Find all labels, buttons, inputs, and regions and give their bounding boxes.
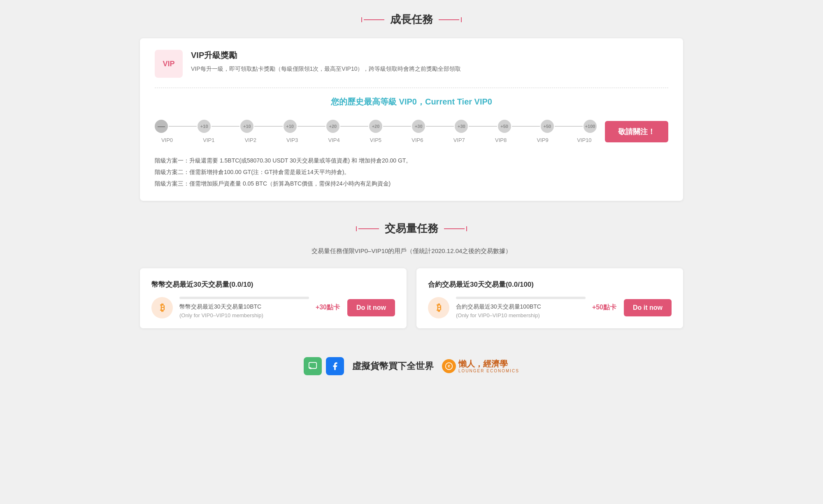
points-label-0: +30點卡	[316, 303, 340, 312]
footer-brand-logo: e 懶人，經濟學 LOUNGER ECONOMICS	[442, 359, 519, 374]
vip-requirement-3: 階級方案三：僅需增加賬戶資產量 0.05 BTC（折算為BTC價值，需保持24小…	[155, 178, 668, 189]
do-it-now-button-1[interactable]: Do it now	[624, 299, 672, 316]
trading-card-note-0: (Only for VIP0–VIP10 membership)	[179, 312, 309, 318]
vip-node-VIP7: +30	[455, 120, 468, 133]
vip-node-VIP1: +10	[198, 120, 211, 133]
do-it-now-button-0[interactable]: Do it now	[347, 299, 395, 316]
footer-icons	[304, 357, 344, 375]
vip-node-circle-VIP7: +30	[455, 120, 468, 133]
points-label-1: +50點卡	[592, 303, 616, 312]
vip-labels: VIP0VIP1VIP2VIP3VIP4VIP5VIP6VIP7VIP8VIP9…	[155, 137, 597, 143]
trading-card-info-0: 幣幣交易最近30天交易量10BTC (Only for VIP0–VIP10 m…	[179, 297, 309, 318]
vip-node-VIP8: +50	[498, 120, 511, 133]
trading-card-actions-0: +30點卡 Do it now	[316, 299, 395, 316]
vip-tier-prefix: 您的歷史最高等級 VIP0，Current Tier	[331, 97, 474, 106]
vip-label-VIP0: VIP0	[155, 137, 179, 143]
progress-bar-bg-1	[456, 297, 586, 299]
vip-node-circle-VIP0: —	[155, 120, 168, 133]
title-bar-right	[439, 19, 459, 20]
trading-card-1: 合約交易最近30天交易量(0.0/100) ₿ 合約交易最近30天交易量100B…	[416, 268, 683, 328]
vip-connector-1	[212, 126, 239, 127]
footer-logo-text-wrap: 懶人，經濟學 LOUNGER ECONOMICS	[458, 359, 519, 374]
vip-label-VIP9: VIP9	[530, 137, 555, 143]
vip-node-circle-VIP3: +10	[284, 120, 297, 133]
vip-divider	[155, 88, 668, 88]
vip-tier-value: VIP0	[474, 97, 492, 106]
vip-track: —+10+10+10+20+20+30+30+50+50+100	[155, 120, 597, 133]
vip-node-circle-VIP1: +10	[198, 120, 211, 133]
vip-card: VIP VIP升級獎勵 VIP每升一級，即可領取點卡獎勵（每級僅限領1次，最高至…	[140, 38, 683, 201]
vip-title: VIP升級獎勵	[191, 50, 461, 61]
svg-text:e: e	[448, 364, 450, 368]
vip-label-VIP4: VIP4	[322, 137, 346, 143]
vip-node-VIP0: —	[155, 120, 168, 133]
footer-logo-circle: e	[442, 359, 456, 373]
vip-connector-5	[383, 126, 411, 127]
vip-label-VIP3: VIP3	[280, 137, 305, 143]
vip-node-VIP6: +30	[412, 120, 425, 133]
vip-label-VIP6: VIP6	[405, 137, 430, 143]
vip-connector-7	[469, 126, 497, 127]
title-deco-left	[361, 17, 384, 22]
vip-requirements: 階級方案一：升級還需要 1.5BTC(或58070.30 USDT 30天交易量…	[155, 155, 668, 189]
vip-connector-2	[254, 126, 282, 127]
trading-card-title-1: 合約交易最近30天交易量(0.0/100)	[428, 280, 672, 289]
trading-title-deco-left	[356, 226, 379, 231]
vip-header-text: VIP升級獎勵 VIP每升一級，即可領取點卡獎勵（每級僅限領1次，最高至VIP1…	[191, 50, 461, 73]
footer-brand-text: 虛擬貨幣買下全世界	[352, 360, 434, 372]
vip-node-circle-VIP5: +20	[369, 120, 382, 133]
vip-requirement-1: 階級方案一：升級還需要 1.5BTC(或58070.30 USDT 30天交易量…	[155, 155, 668, 166]
footer-logo-name: 懶人，經濟學	[458, 359, 519, 369]
vip-node-VIP10: +100	[584, 120, 597, 133]
btc-icon-1: ₿	[428, 297, 449, 318]
vip-header: VIP VIP升級獎勵 VIP每升一級，即可領取點卡獎勵（每級僅限領1次，最高至…	[155, 50, 668, 78]
trading-card-actions-1: +50點卡 Do it now	[592, 299, 672, 316]
progress-bar-bg-0	[179, 297, 309, 299]
btc-icon-0: ₿	[151, 297, 173, 318]
trading-card-content-1: ₿ 合約交易最近30天交易量100BTC (Only for VIP0–VIP1…	[428, 297, 672, 318]
vip-label-VIP5: VIP5	[363, 137, 388, 143]
growth-section-title-row: 成長任務	[140, 12, 683, 27]
vip-node-circle-VIP8: +50	[498, 120, 511, 133]
vip-label-VIP8: VIP8	[488, 137, 513, 143]
title-bar-left	[364, 19, 384, 20]
vip-connector-4	[340, 126, 368, 127]
trading-card-0: 幣幣交易最近30天交易量(0.0/10) ₿ 幣幣交易最近30天交易量10BTC…	[140, 268, 407, 328]
title-tick-left	[361, 17, 362, 22]
vip-connector-9	[555, 126, 583, 127]
vip-cta-button[interactable]: 敬請關注！	[605, 121, 668, 142]
trading-card-desc-1: 合約交易最近30天交易量100BTC	[456, 303, 586, 311]
vip-badge: VIP	[155, 50, 183, 78]
vip-node-circle-VIP4: +20	[326, 120, 339, 133]
vip-node-VIP3: +10	[284, 120, 297, 133]
growth-title: 成長任務	[390, 12, 433, 27]
facebook-icon-box[interactable]	[326, 357, 344, 375]
trading-section-title-row: 交易量任務	[140, 221, 683, 236]
vip-node-VIP4: +20	[326, 120, 339, 133]
vip-label-VIP7: VIP7	[447, 137, 472, 143]
vip-progress-area: —+10+10+10+20+20+30+30+50+50+100 VIP0VIP…	[155, 120, 668, 143]
title-tick-right	[461, 17, 462, 22]
vip-node-circle-VIP10: +100	[584, 120, 597, 133]
vip-tier-label: 您的歷史最高等級 VIP0，Current Tier VIP0	[155, 96, 668, 107]
trading-card-content-0: ₿ 幣幣交易最近30天交易量10BTC (Only for VIP0–VIP10…	[151, 297, 395, 318]
trading-card-note-1: (Only for VIP0–VIP10 membership)	[456, 312, 586, 318]
vip-label-VIP10: VIP10	[572, 137, 597, 143]
footer: 虛擬貨幣買下全世界 e 懶人，經濟學 LOUNGER ECONOMICS	[140, 349, 683, 383]
trading-title: 交易量任務	[385, 221, 438, 236]
vip-connector-0	[169, 126, 197, 127]
vip-label-VIP1: VIP1	[196, 137, 221, 143]
vip-node-VIP5: +20	[369, 120, 382, 133]
chat-icon-box[interactable]	[304, 357, 322, 375]
trading-card-info-1: 合約交易最近30天交易量100BTC (Only for VIP0–VIP10 …	[456, 297, 586, 318]
trading-subtitle: 交易量任務僅限VIP0–VIP10的用戶（僅統計2020.12.04之後的交易數…	[140, 247, 683, 255]
trading-cards: 幣幣交易最近30天交易量(0.0/10) ₿ 幣幣交易最近30天交易量10BTC…	[140, 268, 683, 328]
vip-node-circle-VIP6: +30	[412, 120, 425, 133]
trading-card-title-0: 幣幣交易最近30天交易量(0.0/10)	[151, 280, 395, 289]
vip-connector-6	[426, 126, 454, 127]
vip-connector-3	[298, 126, 325, 127]
vip-connector-8	[512, 126, 540, 127]
vip-requirement-2: 階級方案二：僅需新增持倉100.00 GT(注：GT持倉需是最近14天平均持倉)…	[155, 166, 668, 178]
vip-node-circle-VIP2: +10	[240, 120, 253, 133]
vip-node-VIP2: +10	[240, 120, 253, 133]
